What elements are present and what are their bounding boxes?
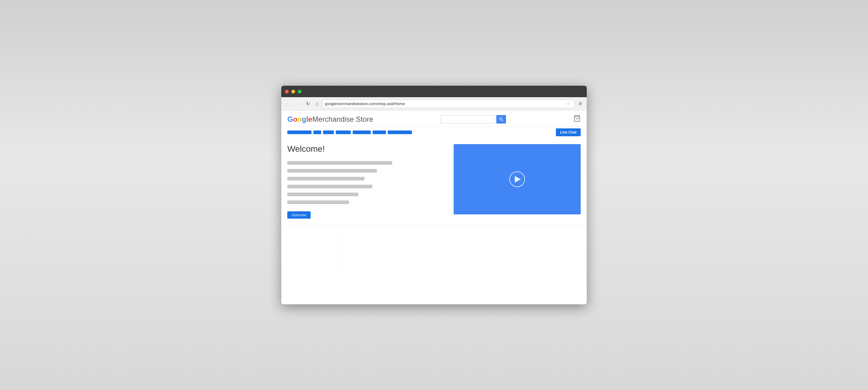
text-line-2 <box>287 169 377 173</box>
webpage-content: Google Merchandise Store <box>281 111 587 304</box>
bookmark-button[interactable]: ☆ <box>565 101 571 107</box>
nav-item-7[interactable] <box>388 131 412 134</box>
store-navigation: Live Chat <box>281 127 587 138</box>
below-fold-area: · <box>281 225 587 273</box>
google-letter-g: G <box>287 115 293 123</box>
text-line-1 <box>287 161 392 165</box>
minimize-traffic-light[interactable] <box>291 90 295 93</box>
back-button[interactable]: ← <box>284 100 292 108</box>
nav-item-6[interactable] <box>373 131 386 134</box>
play-icon <box>515 176 521 183</box>
maximize-traffic-light[interactable] <box>298 90 302 93</box>
nav-item-3[interactable] <box>323 131 334 134</box>
refresh-button[interactable]: ↻ <box>304 100 312 108</box>
live-chat-button[interactable]: Live Chat <box>556 129 581 136</box>
text-line-4 <box>287 185 372 188</box>
welcome-title: Welcome! <box>287 144 441 154</box>
store-header: Google Merchandise Store <box>281 111 587 127</box>
address-input[interactable] <box>325 102 565 106</box>
title-bar <box>281 86 587 97</box>
store-search-button[interactable] <box>496 115 506 123</box>
left-content: Welcome! Subscribe <box>287 144 441 219</box>
google-letter-g2: g <box>302 115 306 123</box>
nav-item-5[interactable] <box>353 131 371 134</box>
merchandise-text: Merchandise Store <box>312 115 373 123</box>
google-letter-o1: o <box>293 115 298 123</box>
google-letter-o2: o <box>297 115 302 123</box>
google-letter-l: l <box>306 115 309 123</box>
text-line-3 <box>287 177 365 180</box>
right-content <box>454 144 581 219</box>
google-letter-e: e <box>308 115 312 123</box>
close-traffic-light[interactable] <box>285 90 289 93</box>
cart-icon <box>574 115 581 122</box>
browser-nav-bar: ← → ↻ ⌂ ☆ ≡ <box>281 97 587 111</box>
text-line-6 <box>287 200 349 204</box>
below-fold-left: · <box>281 225 339 273</box>
store-logo: Google Merchandise Store <box>287 115 373 123</box>
nav-item-1[interactable] <box>287 131 311 134</box>
store-search-input[interactable] <box>441 115 495 123</box>
nav-item-2[interactable] <box>313 131 321 134</box>
search-icon <box>499 117 503 121</box>
below-fold-dot: · <box>309 247 310 251</box>
browser-menu-button[interactable]: ≡ <box>576 99 584 108</box>
nav-items-container <box>287 131 412 134</box>
main-content: Welcome! Subscribe <box>281 138 587 225</box>
text-lines <box>287 161 441 204</box>
nav-item-4[interactable] <box>336 131 351 134</box>
text-line-5 <box>287 193 359 196</box>
forward-button[interactable]: → <box>294 100 303 108</box>
play-button[interactable] <box>509 171 525 187</box>
svg-line-1 <box>502 120 503 121</box>
subscribe-button[interactable]: Subscribe <box>287 211 311 219</box>
home-button[interactable]: ⌂ <box>314 100 320 108</box>
browser-window: ← → ↻ ⌂ ☆ ≡ Google Merchandise Store <box>281 86 587 304</box>
video-player[interactable] <box>454 144 581 214</box>
address-bar-container: ☆ <box>322 100 575 108</box>
cart-button[interactable] <box>574 115 581 124</box>
store-search-area <box>441 115 506 123</box>
